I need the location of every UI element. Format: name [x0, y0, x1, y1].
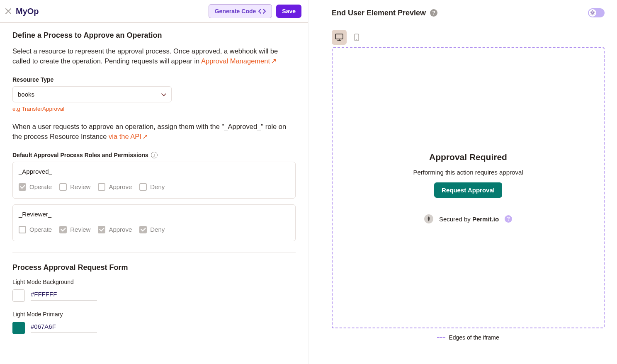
monitor-icon [335, 34, 343, 41]
svg-point-0 [592, 12, 593, 14]
perm-review[interactable]: Review [59, 183, 90, 191]
edges-legend: Edges of the iframe [332, 334, 605, 341]
checkbox-icon [98, 183, 105, 191]
secured-by-row: Secured by Permit.io ? [424, 214, 512, 223]
theme-toggle[interactable] [588, 8, 605, 17]
generate-code-label: Generate Code [215, 8, 256, 15]
primary-swatch[interactable] [12, 322, 25, 334]
primary-label: Light Mode Primary [12, 311, 296, 318]
svg-line-5 [591, 11, 591, 12]
resource-type-value: books [18, 91, 34, 98]
intro-text: Select a resource to represent the appro… [12, 46, 296, 66]
bg-label: Light Mode Background [12, 279, 296, 285]
perm-approve[interactable]: Approve [98, 183, 132, 191]
preview-iframe: Approval Required Performing this action… [332, 47, 605, 328]
permit-brand: Permit.io [472, 216, 499, 223]
generate-code-button[interactable]: Generate Code [209, 4, 272, 18]
request-approval-button[interactable]: Request Approval [434, 182, 502, 198]
permit-logo-icon [424, 214, 433, 223]
perm-deny[interactable]: Deny [139, 183, 165, 191]
code-icon [258, 8, 266, 14]
bg-value[interactable]: #FFFFFF [31, 291, 97, 301]
perm-approve[interactable]: Approve [98, 226, 132, 233]
checkbox-icon [19, 226, 26, 233]
chevron-down-icon [161, 91, 166, 98]
perm-operate[interactable]: Operate [19, 226, 52, 233]
desktop-tab[interactable] [332, 30, 347, 45]
bg-swatch[interactable] [12, 289, 25, 302]
resource-type-select[interactable]: books [12, 86, 172, 102]
perm-deny[interactable]: Deny [139, 226, 165, 233]
role-name: _Approved_ [19, 168, 289, 175]
divider [12, 252, 296, 252]
via-api-link[interactable]: via the API ↗ [109, 133, 148, 140]
help-icon[interactable]: ? [430, 9, 437, 17]
approval-title: Approval Required [429, 152, 507, 162]
role-box-reviewer: _Reviewer_ Operate Review Approve Deny [12, 204, 296, 241]
primary-value[interactable]: #067A6F [31, 323, 97, 333]
save-button[interactable]: Save [276, 5, 301, 18]
mobile-tab[interactable] [349, 30, 364, 45]
svg-line-8 [594, 11, 594, 12]
perm-operate[interactable]: Operate [19, 183, 52, 191]
svg-line-7 [591, 14, 591, 15]
mobile-icon [354, 34, 359, 41]
close-icon[interactable] [4, 7, 12, 15]
svg-line-6 [594, 14, 594, 15]
section-define-title: Define a Process to Approve an Operation [12, 31, 296, 40]
approval-subtitle: Performing this action requires approval [413, 169, 523, 176]
checkbox-icon [19, 183, 26, 191]
role-box-approved: _Approved_ Operate Review Approve Deny [12, 162, 296, 199]
perm-review[interactable]: Review [59, 226, 90, 233]
resource-type-label: Resource Type [12, 76, 296, 83]
roles-label: Default Approval Process Roles and Permi… [12, 152, 296, 158]
assign-text: When a user requests to approve an opera… [12, 122, 296, 142]
role-name: _Reviewer_ [19, 211, 289, 218]
svg-point-13 [356, 39, 357, 40]
checkbox-icon [98, 226, 105, 233]
info-icon[interactable]: i [151, 152, 158, 158]
checkbox-icon [139, 226, 147, 233]
page-title: MyOp [16, 7, 209, 16]
checkbox-icon [59, 226, 67, 233]
approval-management-link[interactable]: Approval Management ↗ [201, 57, 277, 65]
svg-rect-9 [335, 34, 343, 39]
dash-sample-icon [437, 337, 445, 338]
help-icon[interactable]: ? [505, 215, 512, 223]
checkbox-icon [59, 183, 67, 191]
resource-type-helper: e.g TransferApproval [12, 106, 296, 112]
preview-title: End User Element Preview [332, 9, 426, 17]
section-form-title: Process Approval Request Form [12, 263, 296, 272]
sun-icon [589, 9, 596, 17]
checkbox-icon [139, 183, 147, 191]
